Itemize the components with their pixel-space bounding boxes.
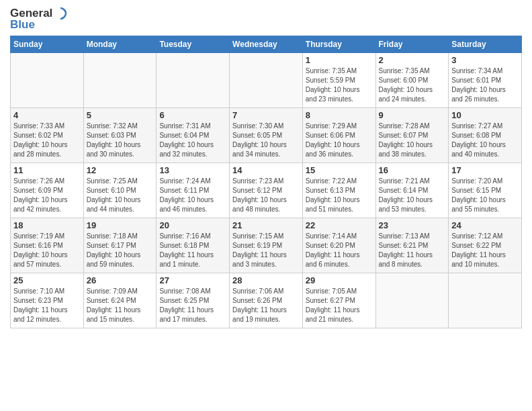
day-info: Sunrise: 7:33 AM Sunset: 6:02 PM Dayligh… xyxy=(13,122,81,159)
day-info: Sunrise: 7:24 AM Sunset: 6:11 PM Dayligh… xyxy=(159,177,226,214)
calendar-cell: 12Sunrise: 7:25 AM Sunset: 6:10 PM Dayli… xyxy=(83,163,157,218)
day-number: 5 xyxy=(87,110,154,120)
calendar-cell: 15Sunrise: 7:22 AM Sunset: 6:13 PM Dayli… xyxy=(302,163,375,218)
weekday-header-sunday: Sunday xyxy=(11,36,84,52)
day-info: Sunrise: 7:23 AM Sunset: 6:12 PM Dayligh… xyxy=(232,177,300,214)
calendar-cell xyxy=(449,273,522,328)
page-container: General Blue SundayMondayTuesdayWednesda… xyxy=(0,0,532,335)
calendar-cell: 8Sunrise: 7:29 AM Sunset: 6:06 PM Daylig… xyxy=(302,107,375,163)
logo: General Blue xyxy=(10,7,67,32)
calendar-cell: 16Sunrise: 7:21 AM Sunset: 6:14 PM Dayli… xyxy=(375,163,449,218)
logo-blue-text: Blue xyxy=(10,19,35,32)
day-number: 16 xyxy=(379,165,446,175)
calendar-cell: 27Sunrise: 7:08 AM Sunset: 6:25 PM Dayli… xyxy=(157,273,230,328)
day-number: 23 xyxy=(379,220,446,230)
day-number: 12 xyxy=(87,165,154,175)
day-number: 25 xyxy=(13,275,81,285)
day-info: Sunrise: 7:20 AM Sunset: 6:15 PM Dayligh… xyxy=(451,177,519,214)
day-number: 14 xyxy=(232,165,300,175)
header: General Blue xyxy=(10,7,522,32)
day-number: 21 xyxy=(232,220,300,230)
calendar-cell: 5Sunrise: 7:32 AM Sunset: 6:03 PM Daylig… xyxy=(83,107,157,163)
day-info: Sunrise: 7:30 AM Sunset: 6:05 PM Dayligh… xyxy=(232,122,300,159)
week-row-5: 25Sunrise: 7:10 AM Sunset: 6:23 PM Dayli… xyxy=(11,273,522,328)
calendar-cell xyxy=(83,52,157,107)
day-number: 8 xyxy=(306,110,373,120)
logo-wave-icon xyxy=(54,7,67,20)
weekday-header-row: SundayMondayTuesdayWednesdayThursdayFrid… xyxy=(11,36,522,52)
day-number: 20 xyxy=(159,220,226,230)
day-info: Sunrise: 7:14 AM Sunset: 6:20 PM Dayligh… xyxy=(306,232,373,269)
day-number: 13 xyxy=(159,165,226,175)
day-info: Sunrise: 7:19 AM Sunset: 6:16 PM Dayligh… xyxy=(13,232,81,269)
day-info: Sunrise: 7:26 AM Sunset: 6:09 PM Dayligh… xyxy=(13,177,81,214)
calendar-cell: 28Sunrise: 7:06 AM Sunset: 6:26 PM Dayli… xyxy=(230,273,303,328)
day-info: Sunrise: 7:13 AM Sunset: 6:21 PM Dayligh… xyxy=(379,232,446,269)
calendar-cell: 3Sunrise: 7:34 AM Sunset: 6:01 PM Daylig… xyxy=(449,52,522,107)
day-info: Sunrise: 7:35 AM Sunset: 5:59 PM Dayligh… xyxy=(306,66,373,104)
calendar-cell: 9Sunrise: 7:28 AM Sunset: 6:07 PM Daylig… xyxy=(375,107,449,163)
day-info: Sunrise: 7:32 AM Sunset: 6:03 PM Dayligh… xyxy=(87,122,154,159)
calendar-cell: 20Sunrise: 7:16 AM Sunset: 6:18 PM Dayli… xyxy=(157,218,230,273)
day-info: Sunrise: 7:05 AM Sunset: 6:27 PM Dayligh… xyxy=(306,287,373,324)
day-info: Sunrise: 7:28 AM Sunset: 6:07 PM Dayligh… xyxy=(379,122,446,159)
day-number: 9 xyxy=(379,110,446,120)
day-info: Sunrise: 7:18 AM Sunset: 6:17 PM Dayligh… xyxy=(87,232,154,269)
calendar-cell: 26Sunrise: 7:09 AM Sunset: 6:24 PM Dayli… xyxy=(83,273,157,328)
weekday-header-thursday: Thursday xyxy=(302,36,375,52)
day-number: 3 xyxy=(451,55,519,65)
day-info: Sunrise: 7:27 AM Sunset: 6:08 PM Dayligh… xyxy=(451,122,519,159)
day-number: 19 xyxy=(87,220,154,230)
calendar-cell: 23Sunrise: 7:13 AM Sunset: 6:21 PM Dayli… xyxy=(375,218,449,273)
day-info: Sunrise: 7:10 AM Sunset: 6:23 PM Dayligh… xyxy=(13,287,81,324)
day-number: 18 xyxy=(13,220,81,230)
week-row-1: 1Sunrise: 7:35 AM Sunset: 5:59 PM Daylig… xyxy=(11,52,522,107)
calendar-cell: 21Sunrise: 7:15 AM Sunset: 6:19 PM Dayli… xyxy=(230,218,303,273)
logo-wrapper: General Blue xyxy=(10,7,67,32)
calendar-cell: 14Sunrise: 7:23 AM Sunset: 6:12 PM Dayli… xyxy=(230,163,303,218)
day-info: Sunrise: 7:15 AM Sunset: 6:19 PM Dayligh… xyxy=(232,232,300,269)
weekday-header-friday: Friday xyxy=(375,36,449,52)
day-info: Sunrise: 7:16 AM Sunset: 6:18 PM Dayligh… xyxy=(159,232,226,269)
day-info: Sunrise: 7:34 AM Sunset: 6:01 PM Dayligh… xyxy=(451,66,519,104)
day-info: Sunrise: 7:25 AM Sunset: 6:10 PM Dayligh… xyxy=(87,177,154,214)
day-info: Sunrise: 7:06 AM Sunset: 6:26 PM Dayligh… xyxy=(232,287,300,324)
weekday-header-monday: Monday xyxy=(83,36,157,52)
calendar-cell: 24Sunrise: 7:12 AM Sunset: 6:22 PM Dayli… xyxy=(449,218,522,273)
week-row-4: 18Sunrise: 7:19 AM Sunset: 6:16 PM Dayli… xyxy=(11,218,522,273)
calendar-cell xyxy=(11,52,84,107)
calendar-cell: 25Sunrise: 7:10 AM Sunset: 6:23 PM Dayli… xyxy=(11,273,84,328)
calendar-cell: 7Sunrise: 7:30 AM Sunset: 6:05 PM Daylig… xyxy=(230,107,303,163)
day-number: 2 xyxy=(379,55,446,65)
day-info: Sunrise: 7:12 AM Sunset: 6:22 PM Dayligh… xyxy=(451,232,519,269)
day-number: 17 xyxy=(451,165,519,175)
day-number: 27 xyxy=(159,275,226,285)
day-number: 15 xyxy=(306,165,373,175)
day-number: 4 xyxy=(13,110,81,120)
calendar-cell: 10Sunrise: 7:27 AM Sunset: 6:08 PM Dayli… xyxy=(449,107,522,163)
day-info: Sunrise: 7:08 AM Sunset: 6:25 PM Dayligh… xyxy=(159,287,226,324)
day-number: 6 xyxy=(159,110,226,120)
calendar-cell: 2Sunrise: 7:35 AM Sunset: 6:00 PM Daylig… xyxy=(375,52,449,107)
day-info: Sunrise: 7:29 AM Sunset: 6:06 PM Dayligh… xyxy=(306,122,373,159)
calendar-cell xyxy=(375,273,449,328)
day-number: 26 xyxy=(87,275,154,285)
calendar-cell: 1Sunrise: 7:35 AM Sunset: 5:59 PM Daylig… xyxy=(302,52,375,107)
day-number: 29 xyxy=(306,275,373,285)
day-number: 22 xyxy=(306,220,373,230)
day-info: Sunrise: 7:31 AM Sunset: 6:04 PM Dayligh… xyxy=(159,122,226,159)
weekday-header-wednesday: Wednesday xyxy=(230,36,303,52)
calendar-cell: 29Sunrise: 7:05 AM Sunset: 6:27 PM Dayli… xyxy=(302,273,375,328)
day-number: 28 xyxy=(232,275,300,285)
day-number: 24 xyxy=(451,220,519,230)
day-info: Sunrise: 7:09 AM Sunset: 6:24 PM Dayligh… xyxy=(87,287,154,324)
calendar-cell: 13Sunrise: 7:24 AM Sunset: 6:11 PM Dayli… xyxy=(157,163,230,218)
calendar-cell: 6Sunrise: 7:31 AM Sunset: 6:04 PM Daylig… xyxy=(157,107,230,163)
day-number: 1 xyxy=(306,55,373,65)
calendar-cell xyxy=(157,52,230,107)
calendar-cell xyxy=(230,52,303,107)
calendar-cell: 19Sunrise: 7:18 AM Sunset: 6:17 PM Dayli… xyxy=(83,218,157,273)
calendar-cell: 17Sunrise: 7:20 AM Sunset: 6:15 PM Dayli… xyxy=(449,163,522,218)
calendar-cell: 4Sunrise: 7:33 AM Sunset: 6:02 PM Daylig… xyxy=(11,107,84,163)
day-number: 11 xyxy=(13,165,81,175)
